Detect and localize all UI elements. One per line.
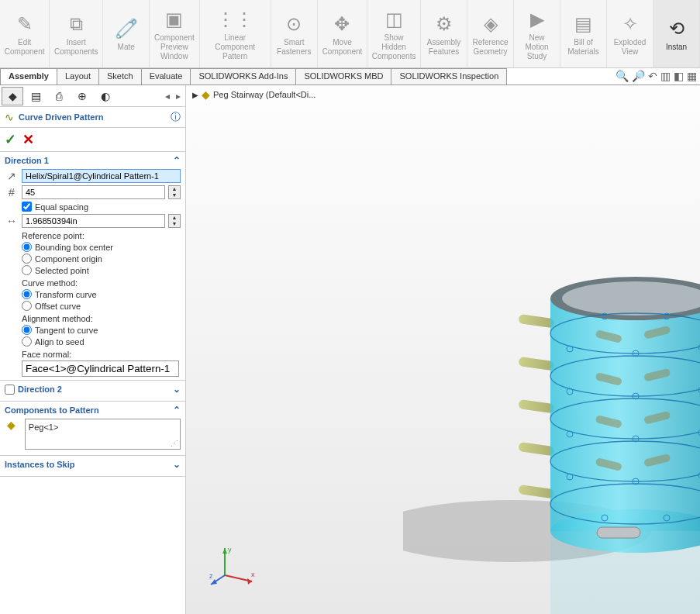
ribbon-mate[interactable]: 🧷Mate (103, 0, 150, 67)
ribbon-smart-fasteners[interactable]: ⊙SmartFasteners (271, 0, 318, 67)
ribbon-component-preview[interactable]: ▣ComponentPreviewWindow (150, 0, 199, 67)
spacing-input[interactable] (22, 214, 165, 228)
assembly-icon: ◆ (202, 88, 210, 101)
resize-handle-icon[interactable]: ⋰ (171, 439, 178, 447)
tab-layout[interactable]: Layout (57, 68, 99, 85)
view-orientation-triad[interactable]: x y z (209, 544, 256, 591)
breadcrumb[interactable]: ▶ ◆ Peg Stairway (Default<Di... (192, 88, 316, 101)
ribbon-reference-geometry[interactable]: ◈ReferenceGeometry (467, 0, 514, 67)
exploded-view-icon: ✧ (622, 12, 638, 36)
component-entry[interactable]: Peg<1> (29, 423, 177, 432)
tab-inspection[interactable]: SOLIDWORKS Inspection (391, 68, 507, 85)
mate-icon: 🧷 (115, 16, 138, 41)
radio-transform-curve[interactable] (22, 289, 32, 299)
previous-view-icon[interactable]: ↶ (648, 70, 657, 82)
panel-tab-config[interactable]: ⎙ (48, 87, 70, 105)
graphics-viewport[interactable]: ▶ ◆ Peg Stairway (Default<Di... (186, 85, 700, 614)
tab-addins[interactable]: SOLIDWORKS Add-Ins (190, 68, 296, 85)
radio-bounding-box[interactable] (22, 242, 32, 252)
heads-up-view-toolbar: 🔍 🔎 ↶ ▥ ◧ ▦ (616, 68, 697, 82)
view-orientation-icon[interactable]: ◧ (674, 70, 684, 82)
tab-sketch[interactable]: Sketch (98, 68, 142, 85)
ribbon-bom[interactable]: ▤Bill ofMaterials (560, 0, 607, 67)
fastener-icon: ⊙ (286, 12, 302, 36)
linear-pattern-icon: ⋮⋮ (216, 7, 253, 32)
section-header-direction2[interactable]: Direction 2 ⌄ (5, 384, 181, 395)
command-tabs-bar: Assembly Layout Sketch Evaluate SOLIDWOR… (0, 68, 700, 85)
instances-spinner[interactable]: ▲▼ (168, 185, 181, 199)
show-hidden-icon: ◫ (385, 7, 403, 32)
equal-spacing-checkbox[interactable] (22, 202, 32, 212)
instances-input[interactable] (22, 185, 165, 199)
panel-nav: ◂ ▸ (162, 91, 184, 102)
section-direction2: Direction 2 ⌄ (0, 381, 185, 402)
ref-geometry-icon: ◈ (484, 12, 498, 36)
section-components: Components to Pattern ⌃ ◆ Peg<1> ⋰ (0, 402, 185, 456)
tab-evaluate[interactable]: Evaluate (141, 68, 191, 85)
alignment-method-label: Alignment method: (22, 314, 181, 323)
reverse-direction-icon[interactable]: ↗ (5, 170, 19, 182)
radio-component-origin[interactable] (22, 254, 32, 264)
ribbon-motion-study[interactable]: ▶NewMotionStudy (514, 0, 560, 67)
breadcrumb-expand-icon[interactable]: ▶ (192, 91, 198, 99)
tab-mbd[interactable]: SOLIDWORKS MBD (295, 68, 391, 85)
ribbon-insert-components[interactable]: ⧉InsertComponents (50, 0, 103, 67)
ribbon-assembly-features[interactable]: ⚙AssemblyFeatures (421, 0, 467, 67)
ok-button[interactable]: ✓ (5, 131, 16, 148)
zoom-area-icon[interactable]: 🔎 (632, 70, 645, 82)
svg-rect-3 (518, 314, 554, 328)
section-view-icon[interactable]: ▥ (660, 70, 671, 82)
instances-icon: # (5, 186, 19, 198)
help-icon[interactable]: ⓘ (171, 110, 181, 124)
panel-tab-property[interactable]: ▤ (25, 87, 47, 105)
preview-window-icon: ▣ (165, 7, 183, 32)
radio-tangent-curve[interactable] (22, 325, 32, 335)
equal-spacing-label: Equal spacing (35, 202, 88, 212)
curve-pattern-icon: ∿ (5, 111, 14, 123)
tab-assembly[interactable]: Assembly (0, 68, 57, 85)
panel-nav-next-icon[interactable]: ▸ (173, 91, 184, 102)
move-icon: ✥ (334, 12, 350, 36)
direction2-enable-checkbox[interactable] (5, 385, 15, 395)
model-scene (403, 178, 700, 614)
panel-tab-feature[interactable]: ◆ (2, 87, 23, 105)
ribbon-toolbar: ✎EditComponent ⧉InsertComponents 🧷Mate ▣… (0, 0, 700, 68)
section-header-direction1[interactable]: Direction 1 ⌃ (5, 155, 181, 166)
section-header-instances-skip[interactable]: Instances to Skip ⌄ (5, 459, 181, 470)
spacing-spinner[interactable]: ▲▼ (168, 214, 181, 228)
face-normal-input[interactable] (22, 360, 179, 377)
ribbon-linear-pattern[interactable]: ⋮⋮Linear ComponentPattern (200, 0, 271, 67)
ribbon-instant3d[interactable]: ⟲Instan (653, 0, 700, 67)
svg-rect-7 (518, 485, 554, 498)
radio-selected-point[interactable] (22, 265, 32, 275)
svg-marker-53 (247, 578, 252, 585)
cancel-button[interactable]: ✕ (22, 131, 34, 148)
face-normal-label: Face normal: (22, 350, 181, 359)
section-header-components[interactable]: Components to Pattern ⌃ (5, 405, 181, 416)
ribbon-show-hidden[interactable]: ◫ShowHiddenComponents (367, 0, 421, 67)
zoom-fit-icon[interactable]: 🔍 (616, 70, 629, 82)
radio-align-seed[interactable] (22, 336, 32, 347)
chevron-up-icon: ⌃ (173, 155, 181, 166)
svg-rect-8 (550, 298, 700, 531)
ribbon-move-component[interactable]: ✥MoveComponent (318, 0, 367, 67)
panel-nav-prev-icon[interactable]: ◂ (162, 91, 173, 102)
instant3d-icon: ⟲ (669, 16, 684, 41)
motion-study-icon: ▶ (530, 7, 544, 32)
ribbon-exploded-view[interactable]: ✧ExplodedView (607, 0, 653, 67)
chevron-down-icon: ⌄ (173, 384, 181, 395)
direction1-curve-input[interactable] (22, 169, 181, 183)
component-icon: ◆ (5, 419, 19, 431)
chevron-up-icon: ⌃ (173, 405, 181, 416)
spacing-icon: ↔ (5, 215, 19, 227)
breadcrumb-text: Peg Stairway (Default<Di... (213, 90, 316, 99)
reference-point-label: Reference point: (22, 231, 181, 240)
section-instances-skip: Instances to Skip ⌄ (0, 456, 185, 477)
panel-tab-dimxpert[interactable]: ⊕ (71, 87, 93, 105)
svg-rect-6 (518, 442, 554, 456)
ribbon-edit-component[interactable]: ✎EditComponent (0, 0, 50, 67)
panel-tab-display[interactable]: ◐ (95, 87, 116, 105)
components-list-input[interactable]: Peg<1> ⋰ (25, 419, 181, 450)
radio-offset-curve[interactable] (22, 301, 32, 311)
display-style-icon[interactable]: ▦ (687, 70, 697, 82)
